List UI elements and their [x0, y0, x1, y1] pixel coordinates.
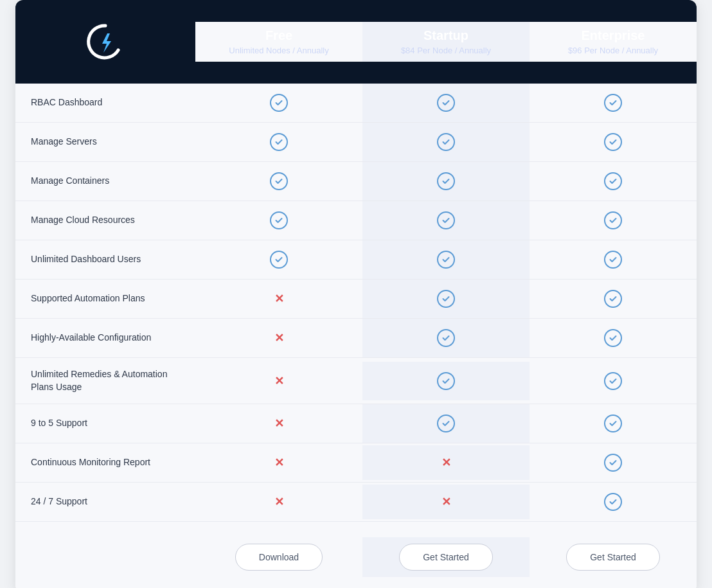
check-icon: [437, 329, 455, 347]
cell-col-free: ✕: [195, 321, 362, 355]
feature-label: Manage Containers: [15, 165, 195, 198]
cell-col-startup: ✕: [362, 485, 530, 519]
table-row: Unlimited Dashboard Users: [15, 240, 697, 280]
table-row: Unlimited Remedies & Automation Plans Us…: [15, 358, 697, 404]
cell-col-startup: [362, 123, 530, 161]
plan-header-enterprise: Enterprise $96 Per Node / Annually: [530, 22, 697, 62]
check-icon: [604, 414, 622, 432]
cell-col-free: ✕: [195, 406, 362, 441]
check-icon: [604, 454, 622, 472]
footer-free: Download: [195, 537, 362, 577]
svg-marker-0: [102, 33, 111, 53]
check-icon: [437, 94, 455, 112]
cell-col-startup: ✕: [362, 445, 530, 480]
cell-col-enterprise: [530, 404, 697, 443]
check-icon: [270, 133, 288, 151]
feature-label: RBAC Dashboard: [15, 86, 195, 120]
check-icon: [604, 94, 622, 112]
plan-name-free: Free: [208, 28, 350, 43]
table-row: Manage Cloud Resources: [15, 201, 697, 240]
download-button[interactable]: Download: [235, 544, 323, 571]
feature-label: 9 to 5 Support: [15, 407, 195, 440]
cell-col-enterprise: [530, 319, 697, 357]
cell-col-enterprise: [530, 443, 697, 482]
cell-col-startup: [362, 319, 530, 357]
check-icon: [437, 414, 455, 432]
cross-icon: ✕: [274, 292, 284, 306]
cell-col-enterprise: [530, 362, 697, 400]
table-row: Manage Containers: [15, 162, 697, 201]
check-icon: [270, 94, 288, 112]
cell-col-startup: [362, 280, 530, 318]
plan-name-startup: Startup: [375, 28, 517, 43]
get-started-startup-button[interactable]: Get Started: [399, 544, 493, 571]
cell-col-startup: [362, 84, 530, 122]
feature-label: Highly-Available Configuration: [15, 321, 195, 355]
feature-table: RBAC Dashboard Manage Servers: [15, 84, 697, 521]
feature-label: Manage Servers: [15, 125, 195, 159]
plan-price-enterprise: $96 Per Node / Annually: [542, 46, 684, 55]
check-icon: [604, 290, 622, 308]
cell-col-enterprise: [530, 201, 697, 240]
feature-label: Supported Automation Plans: [15, 282, 195, 316]
logo-cell: [15, 13, 195, 71]
check-icon: [437, 133, 455, 151]
plan-name-enterprise: Enterprise: [542, 28, 684, 43]
check-icon: [437, 251, 455, 269]
check-icon: [437, 290, 455, 308]
footer-enterprise: Get Started: [530, 537, 697, 577]
feature-label: Continuous Monitoring Report: [15, 446, 195, 479]
check-icon: [270, 211, 288, 229]
get-started-enterprise-button[interactable]: Get Started: [566, 544, 660, 571]
plan-price-startup: $84 Per Node / Annually: [375, 46, 517, 55]
check-icon: [604, 372, 622, 390]
cross-icon: ✕: [274, 374, 284, 388]
cell-col-free: [195, 84, 362, 122]
table-row: Supported Automation Plans✕: [15, 280, 697, 319]
plan-price-free: Unlimited Nodes / Annually: [208, 46, 350, 55]
check-icon: [604, 133, 622, 151]
company-logo: [83, 19, 128, 64]
footer-startup: Get Started: [362, 537, 530, 577]
cross-icon: ✕: [274, 331, 284, 345]
cell-col-free: [195, 123, 362, 161]
cross-icon: ✕: [274, 416, 284, 431]
plan-header-free: Free Unlimited Nodes / Annually: [195, 22, 362, 62]
check-icon: [437, 211, 455, 229]
table-row: 9 to 5 Support✕: [15, 404, 697, 443]
cell-col-free: ✕: [195, 281, 362, 316]
cell-col-enterprise: [530, 240, 697, 279]
check-icon: [437, 172, 455, 190]
check-icon: [604, 211, 622, 229]
check-icon: [604, 172, 622, 190]
cross-icon: ✕: [274, 456, 284, 470]
cell-col-enterprise: [530, 483, 697, 521]
table-row: Highly-Available Configuration✕: [15, 319, 697, 358]
pricing-footer: Download Get Started Get Started: [15, 521, 697, 588]
cell-col-startup: [362, 240, 530, 279]
pricing-header: Free Unlimited Nodes / Annually Startup …: [15, 0, 697, 84]
cell-col-free: [195, 240, 362, 279]
cell-col-free: ✕: [195, 485, 362, 519]
plan-header-startup: Startup $84 Per Node / Annually: [362, 22, 530, 62]
feature-label: 24 / 7 Support: [15, 485, 195, 519]
cell-col-free: ✕: [195, 445, 362, 480]
check-icon: [437, 372, 455, 390]
table-row: RBAC Dashboard: [15, 84, 697, 123]
cell-col-enterprise: [530, 123, 697, 161]
check-icon: [604, 329, 622, 347]
cell-col-free: ✕: [195, 364, 362, 398]
feature-label: Unlimited Dashboard Users: [15, 243, 195, 276]
cell-col-startup: [362, 362, 530, 400]
table-row: Continuous Monitoring Report✕✕: [15, 443, 697, 483]
check-icon: [270, 251, 288, 269]
feature-label: Unlimited Remedies & Automation Plans Us…: [15, 358, 195, 404]
cell-col-startup: [362, 162, 530, 200]
feature-label: Manage Cloud Resources: [15, 204, 195, 237]
cell-col-free: [195, 201, 362, 240]
cell-col-startup: [362, 404, 530, 443]
pricing-table: Free Unlimited Nodes / Annually Startup …: [15, 0, 697, 588]
check-icon: [604, 493, 622, 511]
cell-col-free: [195, 162, 362, 200]
cell-col-enterprise: [530, 162, 697, 200]
